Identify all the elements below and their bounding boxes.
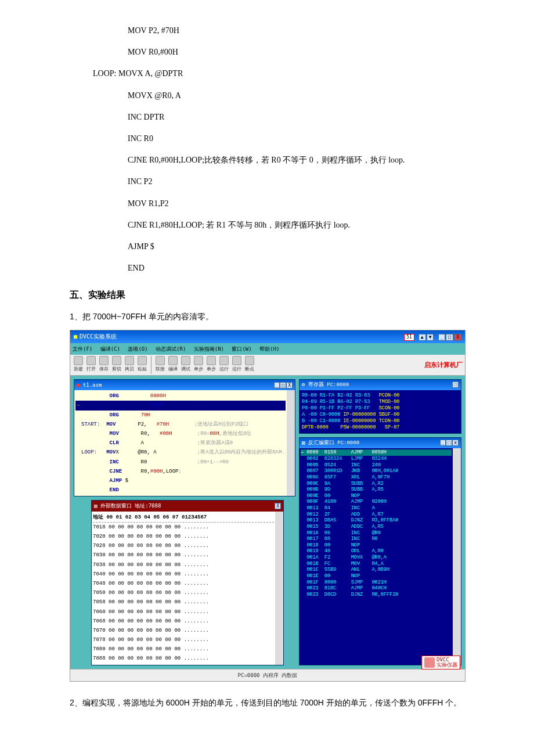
- mem-row[interactable]: 7078 00 00 00 00 00 00 00 00 ........: [93, 635, 274, 645]
- mem-row[interactable]: 7050 00 00 00 00 00 00 00 00 ........: [93, 588, 274, 597]
- asm-line[interactable]: ORG 70H: [75, 411, 286, 420]
- disasm-line[interactable]: 001B FC MOV R4,A: [301, 561, 452, 567]
- disasm-line[interactable]: 0021 810C AJMP 040CH: [301, 585, 452, 592]
- disasm-line[interactable]: 001E 00 NOP: [301, 573, 452, 579]
- disasm-line[interactable]: 0012 2F ADD A,R7: [301, 512, 452, 518]
- tool-btn-联接[interactable]: 联接: [154, 356, 166, 373]
- tool-btn-新建[interactable]: 新建: [73, 356, 84, 373]
- mem-row[interactable]: 7070 00 00 00 00 00 00 00 00 ........: [93, 626, 274, 635]
- disasm-line[interactable]: 0015 3D ADDC A,R5: [301, 524, 452, 530]
- disasm-line[interactable]: 000C 9A SUBB A,R2: [301, 481, 452, 487]
- window-controls[interactable]: 51 ▲▼ _□X: [403, 332, 461, 342]
- disasm-line[interactable]: 000E 00 NOP: [301, 493, 452, 499]
- scrollbar[interactable]: [453, 448, 461, 664]
- paragraph: 2、编程实现，将源地址为 6000H 开始的单元，传送到目的地址 7000H 开…: [70, 693, 464, 713]
- asm-line[interactable]: CLR A ;将累加器A清0: [75, 438, 286, 448]
- tool-btn-保存[interactable]: 保存: [98, 356, 110, 373]
- disasm-line[interactable]: 0013 DBA5 DJNZ R3,0FFBAH: [301, 517, 452, 524]
- section-heading: 五、实验结果: [70, 287, 464, 304]
- app-title: DVCC实验系统: [80, 332, 117, 342]
- close-icon: X: [454, 334, 461, 341]
- mem-row[interactable]: 7030 00 00 00 00 00 00 00 00 ........: [93, 550, 274, 560]
- logo-icon: [424, 657, 435, 668]
- tool-btn-拷贝[interactable]: 拷贝: [124, 356, 135, 373]
- close-icon[interactable]: X: [275, 503, 281, 509]
- disasm-line[interactable]: 0019 48 ORL A,R0: [301, 548, 452, 555]
- disasm-line[interactable]: 0007 30001D JNB 00H,001AH: [301, 468, 452, 474]
- mem-row[interactable]: 7088 00 00 00 00 00 00 00 00 ........: [93, 654, 274, 663]
- tool-btn-剪切[interactable]: 剪切: [111, 356, 122, 373]
- mem-row[interactable]: 7020 00 00 00 00 00 00 00 00 ........: [93, 532, 274, 541]
- disasm-line[interactable]: 0018 00 NOP: [301, 542, 452, 549]
- code-line: INC DPTR: [70, 110, 464, 124]
- disasm-window: ▤ 反汇编窗口 PC:0000 _□X ⇨ 0000 0150 AJMP 005…: [299, 437, 461, 665]
- scrollbar[interactable]: [275, 512, 283, 665]
- menu-options[interactable]: 选项(O): [128, 346, 147, 352]
- asm-line[interactable]: START: MOV P2, #70H ;送地址高8位到P2端口: [75, 420, 286, 429]
- menubar[interactable]: 文件(F) 编译(C) 选项(O) 动态调试(R) 实验指南(N) 窗口(W) …: [70, 343, 465, 355]
- mem-row[interactable]: 7040 00 00 00 00 00 00 00 00 ........: [93, 570, 274, 579]
- code-window: ■ t1.asm _□X ORG 0000H⇨ AJMP START ORG 7…: [74, 379, 295, 496]
- disasm-line[interactable]: 0005 0524 INC 24H: [301, 462, 452, 469]
- asm-line[interactable]: MOV R0, #00H ;R0=00H,表地址低8位: [75, 429, 286, 438]
- disasm-line[interactable]: 000D 9D SUBB A,R5: [301, 487, 452, 493]
- maximize-icon[interactable]: □: [280, 382, 286, 388]
- tool-btn-运行[interactable]: 运行: [218, 356, 230, 373]
- mem-row[interactable]: 7038 00 00 00 00 00 00 00 00 ........: [93, 560, 274, 570]
- tool-btn-单步[interactable]: 单步: [205, 356, 217, 373]
- register-window: ⚙ 寄存器 PC:0000 □ R0-00 R1-FA R2-02 R3-03 …: [299, 379, 461, 434]
- disasm-line[interactable]: 000F 4100 AJMP 0200H: [301, 499, 452, 505]
- asm-line[interactable]: LOOP: MOVX @R0, A ;将A送入以R0内容为地址的外部RAM.: [75, 448, 286, 457]
- disasm-line[interactable]: 000A 65F7 XRL A,0F7H: [301, 474, 452, 481]
- menu-help[interactable]: 帮助(H): [259, 346, 279, 352]
- maximize-icon[interactable]: □: [446, 440, 452, 446]
- asm-line[interactable]: AJMP $: [75, 476, 286, 485]
- main-titlebar: ■DVCC实验系统 51 ▲▼ _□X: [70, 330, 465, 343]
- disasm-line[interactable]: 0023 D8CD DJNZ R0,0FFF2H: [301, 592, 452, 598]
- scrollbar[interactable]: [287, 390, 295, 496]
- tool-btn-运行[interactable]: 运行: [231, 356, 243, 373]
- asm-line[interactable]: ⇨ AJMP START: [75, 401, 286, 410]
- mem-row[interactable]: 7048 00 00 00 00 00 00 00 00 ........: [93, 579, 274, 588]
- menu-file[interactable]: 文件(F): [73, 346, 92, 352]
- tool-btn-断点[interactable]: 断点: [244, 356, 255, 373]
- menu-compile[interactable]: 编译(C): [100, 346, 120, 352]
- mem-row[interactable]: 7018 00 00 00 00 00 00 00 00 ........: [93, 523, 274, 532]
- mem-row[interactable]: 7060 00 00 00 00 00 00 00 00 ........: [93, 607, 274, 617]
- menu-window[interactable]: 窗口(W): [232, 346, 251, 352]
- disasm-line[interactable]: 0011 04 INC A: [301, 505, 452, 512]
- disasm-line[interactable]: ⇨ 0000 0150 AJMP 0050H: [301, 449, 452, 456]
- close-icon[interactable]: X: [286, 382, 293, 388]
- asm-line[interactable]: CJNE R0,#00H,LOOP;: [75, 467, 286, 476]
- mem-row[interactable]: 7068 00 00 00 00 00 00 00 00 ........: [93, 617, 274, 626]
- mem-row[interactable]: 7080 00 00 00 00 00 00 00 00 ........: [93, 645, 274, 654]
- tool-btn-粘贴[interactable]: 粘贴: [136, 356, 148, 373]
- maximize-icon[interactable]: □: [452, 381, 459, 388]
- code-win-title: ■ t1.asm: [77, 380, 102, 390]
- mem-row[interactable]: 7058 00 00 00 00 00 00 00 00 ........: [93, 597, 274, 607]
- menu-debug[interactable]: 动态调试(R): [156, 346, 186, 352]
- asm-line[interactable]: ORG 0000H: [75, 391, 286, 401]
- toolbar: 新建打开保存剪切拷贝粘贴联接编译调试单步单步运行运行断点 启东计算机厂: [70, 355, 465, 375]
- close-icon[interactable]: X: [452, 440, 459, 446]
- disasm-line[interactable]: 0017 08 INC R0: [301, 536, 452, 542]
- disasm-line[interactable]: 001F 8000 SJMP 0021H: [301, 579, 452, 586]
- asm-line[interactable]: INC R0 ;R0+1-->R0: [75, 458, 286, 467]
- code-line: END: [70, 261, 464, 275]
- menu-guide[interactable]: 实验指南(N): [194, 346, 224, 352]
- tool-btn-调试[interactable]: 调试: [180, 356, 192, 373]
- disasm-line[interactable]: 001C 55B9 ANL A,0B9H: [301, 567, 452, 573]
- code-line: INC R0: [70, 131, 464, 146]
- tool-btn-单步[interactable]: 单步: [193, 356, 204, 373]
- minimize-icon[interactable]: _: [440, 440, 446, 446]
- tool-btn-打开[interactable]: 打开: [85, 356, 97, 373]
- asm-line[interactable]: END: [75, 485, 286, 495]
- minimize-icon[interactable]: _: [274, 382, 280, 388]
- disasm-line[interactable]: 0016 06 INC @R0: [301, 530, 452, 537]
- mem-row[interactable]: 7028 00 00 00 00 00 00 00 00 ........: [93, 541, 274, 550]
- disasm-line[interactable]: 0002 020324 LJMP 0324H: [301, 456, 452, 462]
- maximize-icon: □: [446, 334, 453, 341]
- statusbar: PC=0000 内程序 内数据: [70, 669, 465, 681]
- tool-btn-编译[interactable]: 编译: [167, 356, 179, 373]
- disasm-line[interactable]: 001A F2 MOVX @R0,A: [301, 555, 452, 561]
